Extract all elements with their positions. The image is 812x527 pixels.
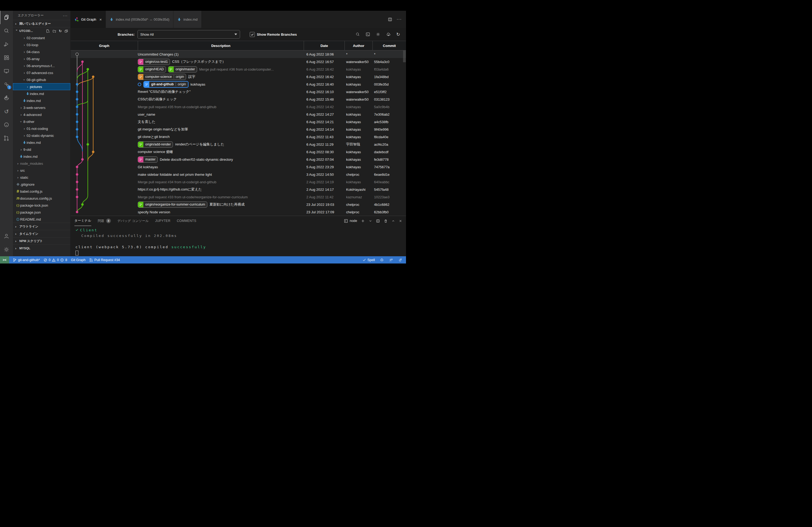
tree-item-docusaurus-config-js[interactable]: JSdocusaurus.config.js (13, 195, 70, 202)
tree-item-8-other[interactable]: ›8-other (13, 118, 70, 125)
commit-row[interactable]: make sidebar foldable and set prism them… (71, 171, 406, 178)
commit-dot[interactable] (76, 196, 78, 198)
commit-row[interactable]: Merge pull request #35 from ut-code/git-… (71, 103, 406, 110)
show-remote-branches-checkbox[interactable]: Show Remote Branches (250, 32, 297, 37)
commit-dot[interactable] (81, 158, 84, 161)
find-commit-icon[interactable] (355, 32, 360, 37)
scrollbar-thumb[interactable] (403, 50, 406, 62)
git-graph-status-item[interactable]: Git Graph (71, 258, 85, 262)
remote-explorer-icon[interactable] (0, 64, 13, 78)
tree-item-index-md[interactable]: index.md (13, 97, 70, 104)
branches-dropdown[interactable]: Show All (137, 30, 240, 39)
search-icon[interactable] (0, 24, 13, 37)
tree-item-src[interactable]: ›src (13, 167, 70, 174)
undo-history-icon[interactable]: ↺ (0, 105, 13, 118)
commit-dot[interactable] (76, 90, 78, 93)
commit-dot[interactable] (81, 60, 84, 63)
branch-badge[interactable]: git-and-githuborigin (143, 81, 188, 88)
tree-item-04-class[interactable]: ›04-class (13, 48, 70, 55)
commit-dot[interactable] (76, 120, 78, 123)
outline-section[interactable]: ›アウトライン (13, 223, 70, 230)
split-terminal-icon[interactable] (376, 219, 380, 223)
tab-debug-console[interactable]: デバッグ コンソール (117, 216, 149, 226)
kill-terminal-icon[interactable] (384, 219, 388, 223)
commit-dot[interactable] (76, 83, 78, 85)
tree-item-02-static-dynamic[interactable]: ›02-static-dynamic (13, 132, 70, 139)
branch-badge[interactable]: origin/HEAD (138, 66, 166, 73)
new-file-icon[interactable] (46, 29, 50, 33)
commit-dot[interactable] (76, 166, 78, 168)
tree-item-02-constant[interactable]: ›02-constant (13, 34, 70, 41)
docker-icon[interactable] (0, 91, 13, 105)
notifications-bell-icon[interactable] (398, 258, 402, 262)
commit-row[interactable]: masterDelete docs/8-other/02-static-dyna… (71, 156, 406, 163)
mysql-section[interactable]: ›MYSQL (13, 244, 70, 252)
commit-row[interactable]: Merge pull request #34 from ut-code/git-… (71, 178, 406, 186)
commit-row[interactable]: Git kokhayas5 Aug 2022 23:29kokhayas7475… (71, 163, 406, 171)
tree-item-01-not-coding[interactable]: ›01-not-coding (13, 125, 70, 132)
split-editor-icon[interactable] (388, 17, 392, 22)
commit-dot[interactable] (76, 188, 78, 191)
commit-row[interactable]: 文を直した6 Aug 2022 14:21kokhayasa4c538fb (71, 118, 406, 125)
tab-problems[interactable]: 問題8 (98, 216, 111, 226)
tree-item-index-md[interactable]: index.md (13, 139, 70, 146)
tree-item-4-advanced[interactable]: ›4-advanced (13, 111, 70, 118)
maximize-panel-icon[interactable] (392, 219, 395, 223)
commit-row[interactable]: git merge origin mainなどを加筆6 Aug 2022 14:… (71, 125, 406, 133)
commit-row[interactable]: origin/reorganize-for-summer-curriculum夏… (71, 201, 406, 208)
commit-row[interactable]: specify Node version23 Jul 2022 17:09che… (71, 208, 406, 216)
branch-badge[interactable]: origin/add-render (138, 141, 173, 148)
tree-item-07-advanced-css[interactable]: ›07-advanced-css (13, 69, 70, 76)
new-folder-icon[interactable] (52, 29, 56, 33)
branch-badge[interactable]: origin/css-test1 (138, 59, 170, 65)
editor-more-actions-icon[interactable]: ··· (396, 17, 402, 22)
problems-status-item[interactable]: 0 0 8 (44, 258, 67, 262)
tab-terminal[interactable]: ターミナル (74, 216, 91, 226)
npm-scripts-section[interactable]: ›NPM スクリプト (13, 237, 70, 244)
close-panel-icon[interactable] (399, 219, 402, 223)
tree-item-08-git-github[interactable]: ›08-git-github (13, 76, 70, 83)
tree-item-index-md[interactable]: index.md (13, 153, 70, 160)
refresh-icon[interactable]: ↻ (396, 32, 400, 37)
pull-request-activity-icon[interactable] (0, 132, 13, 145)
new-terminal-icon[interactable] (361, 219, 365, 223)
remote-indicator[interactable]: >< (0, 256, 9, 264)
explorer-more-icon[interactable]: ··· (63, 13, 68, 18)
commit-row[interactable]: CSSの節の画像チェック6 Aug 2022 15:48waterwalker5… (71, 95, 406, 103)
account-icon[interactable] (0, 229, 13, 243)
commit-row[interactable]: origin/HEADorigin/masterMerge pull reque… (71, 65, 406, 73)
tree-item-babel-config-js[interactable]: Bbabel.config.js (13, 188, 70, 195)
commit-dot[interactable] (81, 203, 84, 206)
tab-git-graph[interactable]: Git Graph × (71, 11, 106, 28)
collapse-all-icon[interactable] (64, 29, 68, 33)
tree-item-package-json[interactable]: { }package.json (13, 209, 70, 216)
tree-item-readme-md[interactable]: README.md (13, 216, 70, 223)
commit-row[interactable]: Revert "CSSの節の画像チェック"6 Aug 2022 16:10wat… (71, 88, 406, 95)
commit-dot[interactable] (76, 136, 78, 138)
commit-dot[interactable] (76, 181, 78, 183)
tab-jupyter[interactable]: JUPYTER (155, 216, 171, 226)
commit-row[interactable]: https://.co.jpをhttps://github.comに変えた2 A… (71, 186, 406, 193)
terminal-icon[interactable] (365, 32, 370, 37)
feedback-icon[interactable] (389, 258, 393, 262)
commit-row[interactable]: computer science 俯瞰6 Aug 2022 08:30kokha… (71, 148, 406, 156)
commit-row[interactable]: git cloneとgit branch6 Aug 2022 11:43kokh… (71, 133, 406, 140)
pull-request-status-item[interactable]: Pull Request #34 (89, 258, 120, 262)
run-debug-icon[interactable] (0, 37, 13, 51)
settings-gear-icon[interactable] (0, 243, 13, 256)
tree-item-05-array[interactable]: ›05-array (13, 55, 70, 62)
tree-item-index-md[interactable]: index.md (13, 90, 70, 97)
terminal-dropdown-icon[interactable] (369, 219, 372, 223)
commit-dot[interactable] (92, 151, 94, 153)
commit-row[interactable]: origin/add-renderrenderのページを編集しました6 Aug … (71, 140, 406, 148)
extensions-icon[interactable] (0, 51, 13, 64)
commit-dot[interactable] (76, 113, 78, 115)
commit-dot[interactable] (76, 173, 78, 176)
cloud-download-icon[interactable] (386, 32, 391, 37)
explorer-icon[interactable] (0, 11, 13, 24)
workspace-section[interactable]: › UTCOD... ↻ (13, 27, 70, 34)
tree-item-node-modules[interactable]: ›node_modules (13, 160, 70, 167)
commit-row[interactable]: git-and-githuboriginkokhayas6 Aug 2022 1… (71, 80, 406, 88)
commit-dot[interactable] (76, 211, 78, 213)
commit-row[interactable]: origin/css-test1CSS（フレックスボックスまで）6 Aug 20… (71, 58, 406, 65)
